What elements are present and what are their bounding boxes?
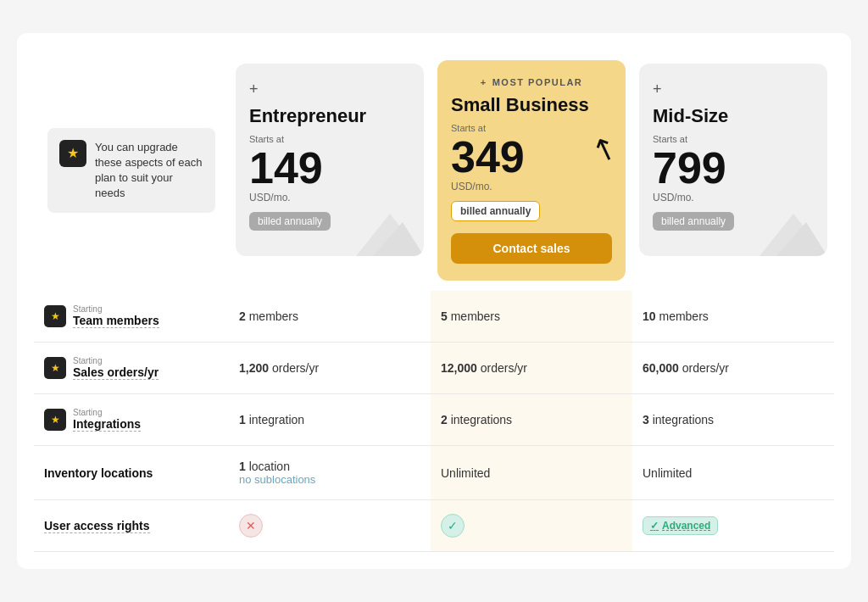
team-members-icon: ★: [44, 305, 66, 327]
contact-sales-button[interactable]: Contact sales: [451, 233, 612, 264]
pricing-grid: ★ You can upgrade these aspects of each …: [34, 50, 834, 552]
team-members-label-top: Starting: [73, 304, 159, 314]
most-popular-label: + MOST POPULAR: [451, 77, 612, 87]
user-access-entrepreneur-value: ✕: [229, 500, 431, 552]
small-business-price: 349: [451, 135, 612, 179]
integrations-midsize-value: 3 integrations: [632, 394, 834, 446]
small-business-plan-name: Small Business: [451, 94, 612, 116]
advanced-label: Advanced: [662, 520, 710, 532]
upgrade-box: ★ You can upgrade these aspects of each …: [47, 128, 215, 214]
small-business-currency: USD/mo.: [451, 181, 612, 192]
upgrade-box-cell: ★ You can upgrade these aspects of each …: [34, 50, 229, 291]
mid-size-currency: USD/mo.: [653, 192, 814, 203]
mid-size-price: 799: [653, 146, 814, 190]
most-popular-text: MOST POPULAR: [492, 77, 583, 87]
sales-orders-label-cell: ★ Starting Sales orders/yr: [34, 343, 229, 394]
integrations-label-text: Starting Integrations: [73, 408, 141, 432]
most-popular-plus-icon: +: [481, 77, 487, 87]
sales-orders-label-text: Starting Sales orders/yr: [73, 356, 159, 380]
upgrade-text: You can upgrade these aspects of each pl…: [95, 140, 203, 202]
mid-size-mountain-decoration: [760, 205, 827, 256]
check-icon: ✓: [441, 514, 465, 538]
entrepreneur-mountain-decoration: [356, 205, 424, 256]
entrepreneur-card: + Entrepreneur Starts at 149 USD/mo. bil…: [236, 64, 424, 256]
small-business-billing: billed annually: [451, 201, 540, 221]
entrepreneur-price: 149: [249, 146, 410, 190]
entrepreneur-card-wrapper: + Entrepreneur Starts at 149 USD/mo. bil…: [229, 50, 431, 291]
team-members-label-main: Team members: [73, 314, 159, 328]
sales-orders-midsize-value: 60,000 orders/yr: [632, 343, 834, 394]
inventory-entrepreneur-subloc: no sublocations: [239, 473, 315, 486]
team-members-midsize-value: 10 members: [632, 291, 834, 343]
inventory-locations-label-cell: Inventory locations: [34, 446, 229, 500]
team-members-label-text: Starting Team members: [73, 304, 159, 328]
integrations-label-main: Integrations: [73, 417, 141, 432]
sales-orders-sb-value: 12,000 orders/yr: [431, 343, 632, 394]
user-access-label-cell: User access rights: [34, 500, 229, 552]
small-business-card-wrapper: + MOST POPULAR Small Business Starts at …: [431, 50, 632, 291]
team-members-entrepreneur-value: 2 members: [229, 291, 431, 343]
mid-size-card: + Mid-Size Starts at 799 USD/mo. billed …: [639, 64, 827, 256]
user-access-sb-value: ✓: [431, 500, 632, 552]
mid-size-card-wrapper: + Mid-Size Starts at 799 USD/mo. billed …: [632, 50, 834, 291]
inventory-sb-value: Unlimited: [431, 446, 632, 500]
sales-orders-entrepreneur-value: 1,200 orders/yr: [229, 343, 431, 394]
integrations-label-cell: ★ Starting Integrations: [34, 394, 229, 446]
small-business-card: + MOST POPULAR Small Business Starts at …: [437, 60, 626, 281]
user-access-label-text: User access rights: [44, 519, 150, 533]
sales-orders-label-main: Sales orders/yr: [73, 365, 159, 380]
user-access-midsize-value: ✓ Advanced: [632, 500, 834, 552]
advanced-badge[interactable]: ✓ Advanced: [643, 516, 718, 535]
mid-size-plan-name: Mid-Size: [653, 105, 814, 127]
team-members-label-cell: ★ Starting Team members: [34, 291, 229, 343]
entrepreneur-plan-name: Entrepreneur: [249, 105, 410, 127]
inventory-locations-label-text: Inventory locations: [44, 466, 153, 480]
inventory-entrepreneur-location: 1 location: [239, 460, 290, 473]
team-members-sb-value: 5 members: [431, 291, 632, 343]
entrepreneur-billing: billed annually: [249, 212, 331, 231]
star-icon: ★: [59, 140, 86, 167]
sales-orders-icon: ★: [44, 357, 66, 379]
integrations-entrepreneur-value: 1 integration: [229, 394, 431, 446]
pricing-page: ★ You can upgrade these aspects of each …: [17, 33, 851, 569]
advanced-check-icon: ✓: [650, 520, 659, 532]
sales-orders-label-top: Starting: [73, 356, 159, 365]
entrepreneur-currency: USD/mo.: [249, 192, 410, 203]
entrepreneur-plus-icon: +: [249, 81, 410, 98]
mid-size-plus-icon: +: [653, 81, 814, 98]
mid-size-billing: billed annually: [653, 212, 734, 231]
cross-icon: ✕: [239, 514, 263, 538]
inventory-midsize-value: Unlimited: [632, 446, 834, 500]
inventory-locations-label-main: Inventory locations: [44, 466, 153, 480]
inventory-entrepreneur-value: 1 location no sublocations: [229, 446, 431, 500]
integrations-sb-value: 2 integrations: [431, 394, 632, 446]
user-access-label-main: User access rights: [44, 519, 150, 533]
integrations-label-top: Starting: [73, 408, 141, 417]
integrations-icon: ★: [44, 409, 66, 431]
